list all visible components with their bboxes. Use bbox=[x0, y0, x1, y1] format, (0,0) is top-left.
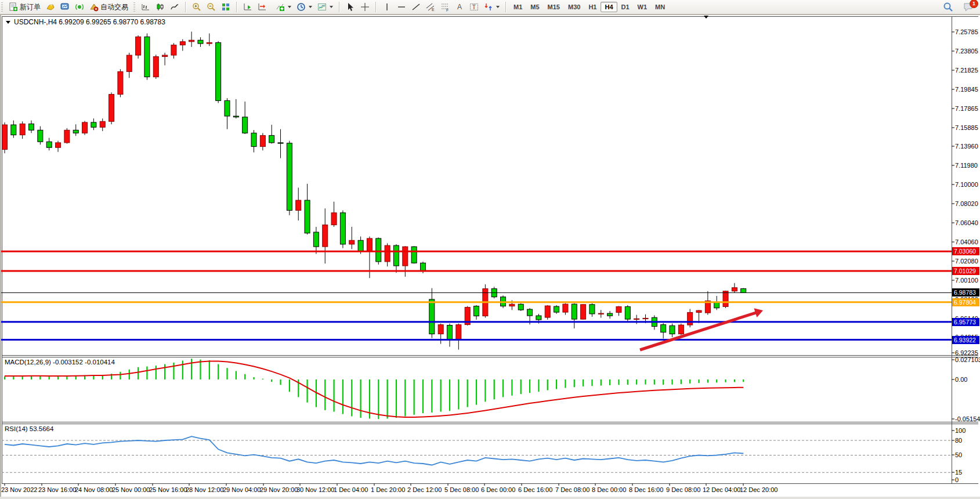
search-button[interactable] bbox=[941, 1, 955, 13]
candle-body bbox=[64, 130, 70, 143]
zoom-in-icon bbox=[191, 2, 201, 12]
toolbar: 新订单 自动交易 bbox=[0, 0, 980, 15]
candle-body bbox=[376, 238, 381, 262]
candle-body bbox=[536, 316, 541, 320]
text-label-tool-button[interactable]: T bbox=[467, 1, 481, 13]
candle-body bbox=[385, 245, 390, 262]
timeframe-button-m30[interactable]: M30 bbox=[564, 2, 584, 12]
candle-body bbox=[323, 225, 328, 247]
candlestick-mode-button[interactable] bbox=[153, 1, 167, 13]
price-axis-label: 7.11980 bbox=[955, 162, 978, 169]
time-axis-label: 9 Dec 08:00 bbox=[666, 486, 700, 493]
time-axis-label: 12 Dec 20:00 bbox=[740, 486, 778, 493]
candlestick-icon bbox=[155, 2, 165, 12]
timeframe-button-m1[interactable]: M1 bbox=[509, 2, 526, 12]
fibonacci-tool-button[interactable]: F bbox=[437, 1, 452, 13]
arrows-tool-button[interactable] bbox=[481, 1, 502, 13]
price-axis-label: 7.13960 bbox=[955, 143, 978, 150]
candle-body bbox=[38, 130, 43, 142]
price-axis-label: 7.21825 bbox=[955, 67, 978, 74]
market-button[interactable] bbox=[43, 1, 57, 13]
timeframe-button-w1[interactable]: W1 bbox=[634, 2, 652, 12]
candle-body bbox=[509, 304, 515, 306]
new-order-button[interactable]: 新订单 bbox=[6, 1, 43, 13]
vertical-line-icon bbox=[382, 2, 392, 12]
metaeditor-button[interactable] bbox=[57, 1, 72, 13]
bar-chart-mode-button[interactable] bbox=[138, 1, 153, 13]
vertical-line-tool-button[interactable] bbox=[379, 1, 394, 13]
candle-body bbox=[563, 304, 568, 312]
horizontal-line-tool-button[interactable] bbox=[394, 1, 408, 13]
line-chart-mode-button[interactable] bbox=[167, 1, 182, 13]
candle-body bbox=[554, 306, 559, 312]
price-badge-label: 6.97804 bbox=[954, 299, 976, 306]
crosshair-tool-button[interactable] bbox=[357, 1, 372, 13]
templates-button[interactable] bbox=[314, 1, 335, 13]
search-icon bbox=[943, 2, 953, 12]
equidistant-channel-tool-button[interactable]: E bbox=[423, 1, 437, 13]
candle-body bbox=[91, 122, 96, 127]
zoom-in-button[interactable] bbox=[189, 1, 204, 13]
notifications-button[interactable]: 1 bbox=[961, 1, 975, 13]
time-axis-label: 23 Nov 16:00 bbox=[38, 486, 76, 493]
indicators-icon bbox=[275, 2, 285, 12]
candle-body bbox=[46, 142, 52, 147]
zoom-out-button[interactable] bbox=[204, 1, 218, 13]
chart-shift-button[interactable] bbox=[255, 1, 269, 13]
candle-body bbox=[198, 40, 203, 44]
price-axis-label: 7.15885 bbox=[955, 124, 978, 131]
auto-trading-icon bbox=[89, 2, 99, 12]
chart-canvas[interactable]: 7.257857.238057.218257.198457.178657.158… bbox=[0, 0, 980, 499]
price-badge-label: 7.01029 bbox=[954, 267, 976, 274]
zoom-out-icon bbox=[206, 2, 216, 12]
candle-body bbox=[180, 42, 185, 45]
candle-body bbox=[581, 305, 586, 319]
timeframe-button-m5[interactable]: M5 bbox=[526, 2, 543, 12]
time-axis-label: 12 Dec 04:00 bbox=[703, 486, 740, 493]
auto-scroll-button[interactable] bbox=[240, 1, 255, 13]
rsi-axis-label: 15 bbox=[955, 469, 962, 476]
cursor-tool-button[interactable] bbox=[343, 1, 357, 13]
candle-body bbox=[278, 143, 283, 143]
candle-body bbox=[126, 55, 132, 71]
candle-body bbox=[598, 313, 603, 314]
price-axis-label: 7.08020 bbox=[955, 200, 978, 207]
arrows-icon bbox=[483, 2, 493, 12]
price-badge-label: 7.03060 bbox=[954, 248, 976, 255]
time-axis-label: 29 Nov 04:00 bbox=[223, 486, 261, 493]
toolbar-grip[interactable] bbox=[1, 2, 3, 12]
candle-body bbox=[305, 200, 310, 233]
signals-button[interactable] bbox=[72, 1, 86, 13]
timeframe-button-h4[interactable]: H4 bbox=[601, 2, 617, 12]
timeframe-button-m15[interactable]: M15 bbox=[544, 2, 564, 12]
timeframe-button-h1[interactable]: H1 bbox=[584, 2, 601, 12]
time-axis-label: 24 Nov 08:00 bbox=[75, 486, 113, 493]
trendline-tool-button[interactable] bbox=[408, 1, 423, 13]
candle-body bbox=[723, 291, 728, 307]
periods-button[interactable] bbox=[294, 1, 314, 13]
text-tool-button[interactable]: A bbox=[452, 1, 467, 13]
candle-body bbox=[11, 125, 16, 135]
notification-count-badge: 1 bbox=[970, 0, 978, 8]
toolbar-grip[interactable] bbox=[133, 2, 135, 12]
cursor-icon bbox=[345, 2, 355, 12]
candle-body bbox=[118, 71, 123, 94]
chart-title: USDCNH-,H4 6.99209 6.99265 6.98770 6.987… bbox=[14, 18, 165, 26]
candle-body bbox=[171, 45, 176, 56]
candle-body bbox=[331, 213, 337, 225]
svg-text:E: E bbox=[432, 8, 435, 12]
timeframe-button-mn[interactable]: MN bbox=[651, 2, 669, 12]
tile-windows-button[interactable] bbox=[218, 1, 233, 13]
timeframe-button-d1[interactable]: D1 bbox=[617, 2, 634, 12]
price-axis-label: 7.04060 bbox=[955, 238, 978, 245]
price-axis-label: 7.23805 bbox=[955, 48, 978, 55]
time-axis-label: 8 Dec 16:00 bbox=[629, 486, 663, 493]
horizontal-line-icon bbox=[396, 2, 406, 12]
indicators-button[interactable] bbox=[273, 1, 294, 13]
time-axis-label: 25 Nov 16:00 bbox=[149, 486, 187, 493]
time-axis-label: 25 Nov 00:00 bbox=[112, 486, 150, 493]
rsi-axis-label: 80 bbox=[955, 437, 962, 444]
candle-body bbox=[607, 313, 613, 316]
auto-trading-button[interactable]: 自动交易 bbox=[86, 1, 131, 13]
new-order-icon bbox=[8, 2, 18, 12]
